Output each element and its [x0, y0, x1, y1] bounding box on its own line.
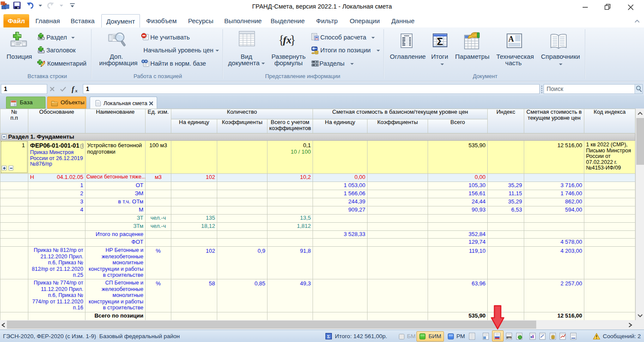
svg-text:Σ: Σ [437, 36, 443, 47]
svg-text:x: x [75, 88, 78, 93]
svg-text:A: A [508, 35, 514, 43]
svg-text:ТЕВ: ТЕВ [507, 337, 511, 339]
svg-text:}: } [290, 32, 296, 46]
svg-text:f: f [72, 85, 75, 93]
svg-text:Σ: Σ [327, 334, 330, 339]
